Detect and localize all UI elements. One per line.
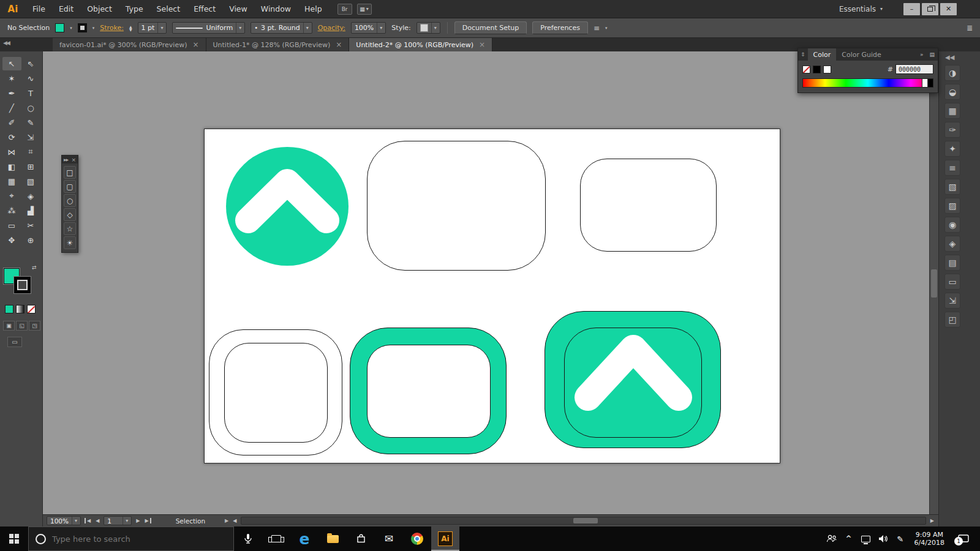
polygon-tool[interactable]: ◇ xyxy=(64,208,76,221)
lasso-tool[interactable]: ∿ xyxy=(21,72,40,85)
direct-selection-tool[interactable]: ⇖ xyxy=(21,57,40,70)
taskbar-search[interactable] xyxy=(28,527,234,551)
none-mode-button[interactable] xyxy=(27,305,36,313)
zoom-level-combo[interactable]: 100%▾ xyxy=(47,516,81,525)
last-artboard-icon[interactable]: ▶ xyxy=(145,518,151,523)
zoom-tool[interactable]: ⊕ xyxy=(21,233,40,247)
rounded-rect-outline-small[interactable] xyxy=(580,159,717,252)
draw-normal-button[interactable]: ▣ xyxy=(3,321,15,331)
document-setup-button[interactable]: Document Setup xyxy=(454,21,527,34)
close-button[interactable]: ✕ xyxy=(940,3,957,15)
chevron-circle-logo[interactable] xyxy=(225,146,349,266)
white-chip[interactable] xyxy=(922,79,927,87)
tab-color[interactable]: Color xyxy=(808,48,837,61)
navigator-panel-icon[interactable]: ◰ xyxy=(944,312,960,328)
chrome-button[interactable] xyxy=(403,527,431,551)
stroke-weight-combo[interactable]: 1 pt▾ xyxy=(138,22,167,34)
color-spectrum[interactable] xyxy=(802,78,933,88)
search-input[interactable] xyxy=(52,534,205,544)
brushes-panel-icon[interactable]: ✑ xyxy=(944,122,960,138)
pen-tool[interactable]: ✒ xyxy=(2,86,21,100)
ellipse-tool[interactable]: ○ xyxy=(21,101,40,114)
rotate-tool[interactable]: ⟳ xyxy=(2,130,21,144)
document-tab[interactable]: favicon-01.ai* @ 300% (RGB/Preview)× xyxy=(53,38,206,51)
gradient-mode-button[interactable] xyxy=(16,305,24,313)
perspective-grid-tool[interactable]: ⊞ xyxy=(21,160,40,173)
line-segment-tool[interactable]: ╱ xyxy=(2,101,21,114)
artboards-panel-icon[interactable]: ▭ xyxy=(944,274,960,290)
eyedropper-tool[interactable]: ⌖ xyxy=(2,189,21,203)
swap-fill-stroke-icon[interactable]: ⇄ xyxy=(32,264,37,271)
close-tab-icon[interactable]: × xyxy=(336,40,342,49)
gradient-tool[interactable]: ▧ xyxy=(21,174,40,188)
artboard-tool[interactable]: ▭ xyxy=(2,219,21,232)
opacity-combo[interactable]: 100%▾ xyxy=(351,22,386,34)
flare-tool[interactable]: ☀ xyxy=(64,236,76,249)
dock-panel-icon[interactable]: ▶▶ xyxy=(64,157,68,162)
action-center-button[interactable]: 1 xyxy=(950,534,977,544)
paintbrush-tool[interactable]: ✐ xyxy=(2,116,21,129)
scale-tool[interactable]: ⇲ xyxy=(21,130,40,144)
chevron-down-icon[interactable]: ▾ xyxy=(70,26,72,31)
workspace-switcher[interactable]: Essentials ▾ xyxy=(839,5,883,13)
file-explorer-button[interactable] xyxy=(318,527,347,551)
symbols-panel-icon[interactable]: ✦ xyxy=(944,141,960,157)
menu-select[interactable]: Select xyxy=(150,4,187,13)
symbol-sprayer-tool[interactable]: ⁂ xyxy=(2,204,21,217)
menu-window[interactable]: Window xyxy=(254,4,298,13)
illustrator-taskbar-button[interactable]: Ai xyxy=(431,527,459,551)
collapse-tabs-icon[interactable]: ◀◀ xyxy=(3,40,9,46)
transparency-panel-icon[interactable]: ▨ xyxy=(944,198,960,214)
gradient-panel-icon[interactable]: ▧ xyxy=(944,179,960,195)
network-button[interactable] xyxy=(858,536,875,542)
control-panel-menu-icon[interactable]: ≣ xyxy=(967,24,973,32)
panel-menu-icon[interactable]: ▤ xyxy=(926,51,938,58)
edge-button[interactable]: e xyxy=(290,527,318,551)
store-button[interactable] xyxy=(347,527,375,551)
task-view-button[interactable] xyxy=(262,527,290,551)
nested-rounded-square-outer[interactable] xyxy=(209,329,342,455)
mail-button[interactable]: ✉ xyxy=(375,527,403,551)
asset-export-panel-icon[interactable]: ⇲ xyxy=(944,293,960,309)
microphone-button[interactable] xyxy=(234,527,262,551)
layers-panel-icon[interactable]: ▤ xyxy=(944,255,960,271)
menu-type[interactable]: Type xyxy=(119,4,150,13)
preferences-button[interactable]: Preferences xyxy=(532,21,588,34)
teal-rounded-frame[interactable] xyxy=(350,328,507,454)
style-combo[interactable]: ▾ xyxy=(417,22,440,34)
chevron-down-icon[interactable]: ▾ xyxy=(92,26,95,31)
scroll-right-icon[interactable]: ▶ xyxy=(930,518,935,523)
shape-builder-tool[interactable]: ◧ xyxy=(2,160,21,173)
stroke-color-indicator[interactable] xyxy=(14,277,31,293)
type-tool[interactable]: T xyxy=(21,86,40,100)
pencil-tool[interactable]: ✎ xyxy=(21,116,40,129)
width-tool[interactable]: ⋈ xyxy=(2,145,21,159)
tab-color-guide[interactable]: Color Guide xyxy=(836,48,887,61)
fill-color-swatch[interactable] xyxy=(55,23,64,32)
expand-panel-icon[interactable]: » xyxy=(917,51,927,58)
stroke-color-swatch[interactable] xyxy=(78,23,87,32)
black-chip[interactable] xyxy=(927,79,933,87)
rectangle-tool[interactable]: □ xyxy=(64,166,76,179)
column-graph-tool[interactable]: ▟ xyxy=(21,204,40,217)
document-tab[interactable]: Untitled-1* @ 128% (RGB/Preview)× xyxy=(206,38,350,51)
brush-definition-combo[interactable]: •3 pt. Round▾ xyxy=(251,22,312,34)
slice-tool[interactable]: ✂ xyxy=(21,219,40,232)
minimize-button[interactable]: – xyxy=(903,3,920,15)
graphic-styles-panel-icon[interactable]: ◈ xyxy=(944,236,960,252)
horizontal-scrollbar-thumb[interactable] xyxy=(573,518,598,523)
hex-input[interactable] xyxy=(895,64,933,74)
none-swatch[interactable] xyxy=(802,66,810,73)
menu-effect[interactable]: Effect xyxy=(187,4,222,13)
status-flyout-icon[interactable]: ▶ xyxy=(225,518,228,523)
people-button[interactable] xyxy=(823,534,840,543)
artboard-navigation-combo[interactable]: 1▾ xyxy=(104,516,132,525)
ellipse-tool[interactable]: ○ xyxy=(64,194,76,207)
mesh-tool[interactable]: ▦ xyxy=(2,174,21,188)
blend-tool[interactable]: ◈ xyxy=(21,189,40,203)
pen-settings-button[interactable]: ✎ xyxy=(892,534,909,544)
first-artboard-icon[interactable]: ◀ xyxy=(85,518,91,523)
color-guide-panel-icon[interactable]: ◒ xyxy=(944,84,960,100)
chevron-down-icon[interactable]: ▾ xyxy=(605,26,608,31)
close-tab-icon[interactable]: × xyxy=(479,40,485,49)
